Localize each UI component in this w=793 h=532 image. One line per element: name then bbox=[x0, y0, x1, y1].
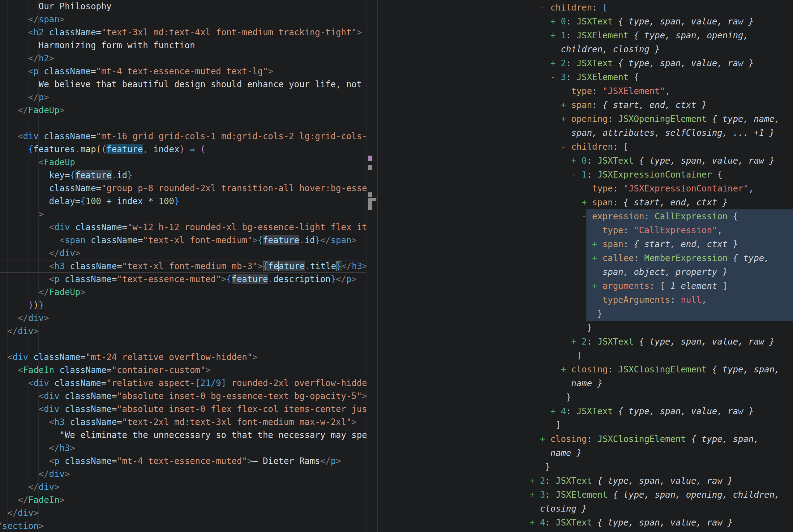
code-line[interactable]: className="group p-8 rounded-2xl transit… bbox=[0, 182, 377, 195]
expand-icon[interactable]: + bbox=[592, 239, 602, 249]
ast-line[interactable]: - children: [ bbox=[529, 1, 780, 15]
ast-line[interactable]: + closing: JSXClosingElement { type, spa… bbox=[529, 362, 780, 376]
code-line[interactable]: </p> bbox=[0, 91, 377, 104]
code-line[interactable]: <div className="absolute inset-0 bg-esse… bbox=[0, 390, 377, 403]
expand-icon[interactable]: + bbox=[540, 434, 550, 444]
code-line[interactable]: </div> bbox=[0, 247, 377, 260]
code-editor-panel[interactable]: Our Philosophy </span> <h2 className="te… bbox=[0, 0, 377, 532]
ast-line[interactable]: type: "JSXExpressionContainer", bbox=[529, 182, 780, 195]
code-line[interactable]: <p className="mt-4 text-essence-muted">—… bbox=[0, 455, 377, 468]
ast-line[interactable]: - expression: CallExpression { bbox=[529, 209, 780, 223]
ast-line[interactable]: } bbox=[529, 390, 780, 404]
collapse-icon[interactable]: - bbox=[561, 142, 571, 152]
expand-icon[interactable]: + bbox=[550, 58, 561, 68]
code-editor[interactable]: Our Philosophy </span> <h2 className="te… bbox=[0, 0, 377, 532]
ast-line[interactable]: ] bbox=[529, 418, 780, 432]
code-line[interactable]: <span className="text-xl font-medium">{f… bbox=[0, 234, 377, 247]
ast-line[interactable]: children, closing } bbox=[529, 42, 780, 56]
expand-icon[interactable]: + bbox=[550, 16, 561, 26]
code-line[interactable]: </h3> bbox=[0, 442, 377, 455]
ast-panel[interactable]: - children: [ + 0: JSXText { type, span,… bbox=[378, 0, 793, 532]
expand-icon[interactable]: + bbox=[571, 337, 582, 347]
ast-line[interactable]: - 3: JSXElement { bbox=[529, 70, 780, 84]
expand-icon[interactable]: + bbox=[550, 30, 561, 40]
expand-icon[interactable]: + bbox=[529, 476, 540, 486]
code-line[interactable]: </h2> bbox=[0, 52, 377, 65]
code-line[interactable]: delay={100 + index * 100} bbox=[0, 195, 377, 208]
ast-line[interactable]: + closing: JSXClosingElement { type, spa… bbox=[529, 432, 780, 446]
ast-line[interactable]: typeArguments: null, bbox=[529, 293, 780, 307]
expand-icon[interactable]: + bbox=[561, 114, 571, 124]
code-line[interactable]: ))} bbox=[0, 299, 377, 312]
collapse-icon[interactable]: - bbox=[540, 2, 550, 13]
code-line[interactable]: <h2 className="text-3xl md:text-4xl font… bbox=[0, 26, 377, 39]
code-line[interactable]: </div> bbox=[0, 312, 377, 325]
ast-line[interactable]: + opening: JSXOpeningElement { type, nam… bbox=[529, 112, 780, 126]
ast-line[interactable]: } bbox=[529, 307, 780, 321]
code-line[interactable]: key={feature.id} bbox=[0, 169, 377, 182]
ast-line[interactable]: span, object, property } bbox=[529, 265, 780, 279]
panel-divider[interactable] bbox=[377, 0, 378, 532]
code-line[interactable] bbox=[0, 117, 377, 130]
code-line[interactable]: "We eliminate the unnecessary so that th… bbox=[0, 429, 377, 442]
code-line[interactable]: </div> bbox=[0, 507, 377, 520]
ast-line[interactable]: + 2: JSXText { type, span, value, raw } bbox=[529, 56, 780, 70]
code-line[interactable]: </FadeUp> bbox=[0, 104, 377, 117]
ast-line[interactable]: + 3: JSXElement { type, span, opening, c… bbox=[529, 488, 780, 502]
ast-line[interactable]: } bbox=[529, 321, 780, 335]
ast-line[interactable]: + 1: JSXElement { type, span, opening, bbox=[529, 28, 780, 42]
ast-line[interactable]: closing } bbox=[529, 502, 780, 516]
ast-line[interactable]: + callee: MemberExpression { type, bbox=[529, 251, 780, 265]
code-line[interactable]: <FadeIn className="container-custom"> bbox=[0, 364, 377, 377]
ast-line[interactable]: type: "CallExpression", bbox=[529, 223, 780, 237]
expand-icon[interactable]: + bbox=[529, 517, 540, 528]
ast-line[interactable]: - children: [ bbox=[529, 140, 780, 154]
collapse-icon[interactable]: - bbox=[582, 211, 592, 222]
ast-line[interactable]: + span: { start, end, ctxt } bbox=[529, 237, 780, 251]
code-line[interactable]: </div> bbox=[0, 481, 377, 494]
code-line[interactable]: Our Philosophy bbox=[0, 0, 377, 13]
expand-icon[interactable]: + bbox=[592, 253, 602, 263]
code-line[interactable]: <p className="text-essence-muted">{featu… bbox=[0, 273, 377, 286]
code-line[interactable]: </FadeIn> bbox=[0, 494, 377, 507]
code-line[interactable] bbox=[0, 338, 377, 351]
code-line[interactable]: </div> bbox=[0, 468, 377, 481]
ast-line[interactable]: + 4: JSXText { type, span, value, raw } bbox=[529, 516, 780, 530]
code-line[interactable]: <h3 className="text-2xl md:text-3xl font… bbox=[0, 416, 377, 429]
code-line[interactable]: Harmonizing form with function bbox=[0, 39, 377, 52]
ast-line[interactable]: name } bbox=[529, 446, 780, 460]
code-line[interactable]: </FadeUp> bbox=[0, 286, 377, 299]
code-line[interactable]: {features.map((feature, index) ⇒ ( bbox=[0, 143, 377, 156]
overview-ruler[interactable] bbox=[367, 0, 378, 532]
collapse-icon[interactable]: - bbox=[550, 72, 561, 82]
expand-icon[interactable]: + bbox=[571, 156, 582, 166]
code-line[interactable]: <div className="absolute inset-0 flex fl… bbox=[0, 403, 377, 416]
ast-line[interactable]: + span: { start, end, ctxt } bbox=[529, 98, 780, 112]
expand-icon[interactable]: + bbox=[561, 364, 571, 375]
code-line[interactable]: <div className="mt-16 grid grid-cols-1 m… bbox=[0, 130, 377, 143]
code-line[interactable]: <p className="mt-4 text-essence-muted te… bbox=[0, 65, 377, 78]
code-line[interactable]: <FadeUp bbox=[0, 156, 377, 169]
ast-line[interactable]: - 1: JSXExpressionContainer { bbox=[529, 168, 780, 182]
code-line[interactable]: <div className="relative aspect-[21/9] r… bbox=[0, 377, 377, 390]
ast-line[interactable]: type: "JSXElement", bbox=[529, 84, 780, 98]
code-line[interactable]: We believe that beautiful design should … bbox=[0, 78, 377, 91]
expand-icon[interactable]: + bbox=[550, 406, 561, 416]
code-line[interactable]: </span> bbox=[0, 13, 377, 26]
code-line[interactable]: /section> bbox=[0, 520, 377, 532]
ast-line[interactable]: + 0: JSXText { type, span, value, raw } bbox=[529, 154, 780, 168]
ast-line[interactable]: span, attributes, selfClosing, ... +1 } bbox=[529, 126, 780, 140]
ast-line[interactable]: ] bbox=[529, 348, 780, 362]
collapse-icon[interactable]: - bbox=[571, 170, 582, 180]
ast-line[interactable]: + 4: JSXText { type, span, value, raw } bbox=[529, 404, 780, 418]
ast-tree[interactable]: - children: [ + 0: JSXText { type, span,… bbox=[529, 1, 780, 530]
code-line[interactable]: > bbox=[0, 208, 377, 221]
ast-line[interactable]: } bbox=[529, 460, 780, 474]
ast-line[interactable]: + span: { start, end, ctxt } bbox=[529, 195, 780, 209]
ast-line[interactable]: + 2: JSXText { type, span, value, raw } bbox=[529, 474, 780, 488]
code-line[interactable]: </div> bbox=[0, 325, 377, 338]
ast-line[interactable]: + 0: JSXText { type, span, value, raw } bbox=[529, 15, 780, 28]
expand-icon[interactable]: + bbox=[592, 281, 602, 291]
ast-line[interactable]: + 2: JSXText { type, span, value, raw } bbox=[529, 335, 780, 348]
ast-line[interactable]: + arguments: [ 1 element ] bbox=[529, 279, 780, 293]
